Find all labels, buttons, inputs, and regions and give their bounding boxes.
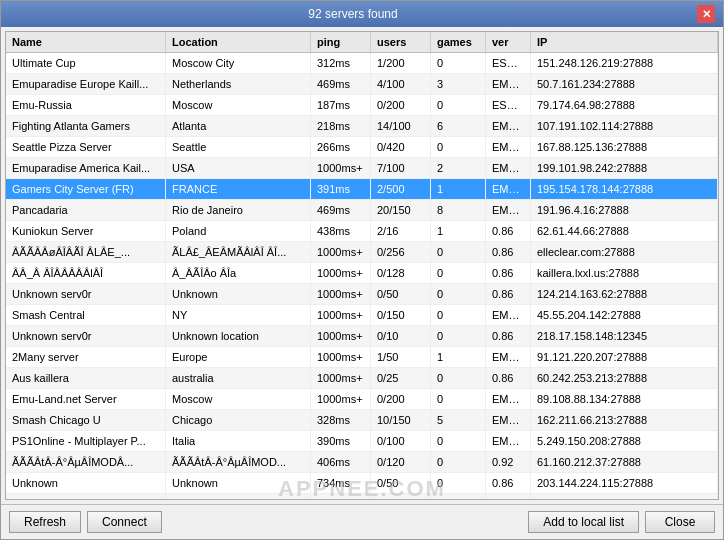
table-cell-name: Ultimate Cup — [6, 53, 166, 73]
table-cell-name: Aus kaillera — [6, 368, 166, 388]
table-cell-users: 0/25 — [371, 368, 431, 388]
close-window-button[interactable]: ✕ — [697, 5, 715, 23]
table-cell-games: 2 — [431, 158, 486, 178]
table-cell-ping: 406ms — [311, 494, 371, 499]
table-cell-ver: EM… — [486, 410, 531, 430]
table-cell-games: 0 — [431, 452, 486, 472]
table-row[interactable]: Smash CentralNY1000ms+0/1500EM…45.55.204… — [6, 305, 718, 326]
table-cell-location: Atlanta — [166, 116, 311, 136]
table-row[interactable]: PS1Online - Multiplayer P...Italia390ms0… — [6, 431, 718, 452]
table-cell-ip: 50.7.161.234:27888 — [531, 74, 718, 94]
server-table-body[interactable]: Ultimate CupMoscow City312ms1/2000ES…151… — [6, 53, 718, 499]
table-row[interactable]: Emu-RussiaMoscow187ms0/2000ES…79.174.64.… — [6, 95, 718, 116]
table-cell-name: Unknown serv0r — [6, 326, 166, 346]
table-row[interactable]: Unknown serv0rUnknown location1000ms+0/1… — [6, 326, 718, 347]
table-cell-games: 0 — [431, 53, 486, 73]
table-row[interactable]: Emu-Land.net ServerMoscow1000ms+0/2000EM… — [6, 389, 718, 410]
col-ping: ping — [311, 32, 371, 52]
bottom-bar: Refresh Connect Add to local list Close — [1, 504, 723, 539]
table-row[interactable]: Eylusion with Mumble VOI...US-East406ms0… — [6, 494, 718, 499]
table-cell-ver: 0.86 — [486, 284, 531, 304]
table-cell-ping: 1000ms+ — [311, 242, 371, 262]
table-cell-users: 0/256 — [371, 242, 431, 262]
table-cell-ping: 469ms — [311, 74, 371, 94]
table-row[interactable]: ÃÃÃÂtÂ-Â°ÂµÂÎMODÂ...ÃÃÃÂtÂ-Â°ÂµÂÎMOD...4… — [6, 452, 718, 473]
table-row[interactable]: Gamers City Server (FR)FRANCE391ms2/5001… — [6, 179, 718, 200]
table-cell-name: Unknown serv0r — [6, 284, 166, 304]
table-cell-ping: 1000ms+ — [311, 347, 371, 367]
table-row[interactable]: Emuparadise Europe Kaill...Netherlands46… — [6, 74, 718, 95]
table-cell-name: Smash Central — [6, 305, 166, 325]
col-games: games — [431, 32, 486, 52]
table-cell-location: Moscow — [166, 389, 311, 409]
table-cell-users: 7/100 — [371, 158, 431, 178]
table-cell-users: 0/420 — [371, 137, 431, 157]
table-cell-users: 2/16 — [371, 221, 431, 241]
table-cell-location: ÃLÂ£_ÂEÂMÃÂlÂÎ ÂÎ... — [166, 242, 311, 262]
table-cell-name: Emuparadise Europe Kaill... — [6, 74, 166, 94]
table-cell-ip: 62.61.44.66:27888 — [531, 221, 718, 241]
table-row[interactable]: PancadariaRio de Janeiro469ms20/1508EM…1… — [6, 200, 718, 221]
table-cell-users: 0/200 — [371, 95, 431, 115]
table-row[interactable]: UnknownUnknown734ms0/5000.86203.144.224.… — [6, 473, 718, 494]
table-cell-ip: 72.2.118.20:27888 — [531, 494, 718, 499]
col-ver: ver — [486, 32, 531, 52]
table-cell-ver: EM… — [486, 137, 531, 157]
table-cell-ip: 124.214.163.62:27888 — [531, 284, 718, 304]
table-row[interactable]: Fighting Atlanta GamersAtlanta218ms14/10… — [6, 116, 718, 137]
table-row[interactable]: Ultimate CupMoscow City312ms1/2000ES…151… — [6, 53, 718, 74]
table-cell-games: 0 — [431, 137, 486, 157]
table-row[interactable]: Smash Chicago UChicago328ms10/1505EM…162… — [6, 410, 718, 431]
table-row[interactable]: Aus kailleraaustralia1000ms+0/2500.8660.… — [6, 368, 718, 389]
table-cell-games: 1 — [431, 221, 486, 241]
refresh-button[interactable]: Refresh — [9, 511, 81, 533]
table-cell-games: 0 — [431, 473, 486, 493]
col-location: Location — [166, 32, 311, 52]
table-cell-ip: 203.144.224.115:27888 — [531, 473, 718, 493]
close-button[interactable]: Close — [645, 511, 715, 533]
table-cell-users: 20/150 — [371, 200, 431, 220]
table-row[interactable]: 2Many serverEurope1000ms+1/501EM…91.121.… — [6, 347, 718, 368]
table-cell-users: 0/50 — [371, 473, 431, 493]
table-cell-users: 1/50 — [371, 347, 431, 367]
table-cell-users: 0/50 — [371, 494, 431, 499]
table-cell-ping: 328ms — [311, 410, 371, 430]
table-cell-ip: 89.108.88.134:27888 — [531, 389, 718, 409]
table-cell-games: 0 — [431, 263, 486, 283]
table-cell-users: 0/100 — [371, 431, 431, 451]
table-cell-ip: kaillera.lxxl.us:27888 — [531, 263, 718, 283]
table-cell-ver: 0.86 — [486, 494, 531, 499]
table-cell-ip: 151.248.126.219:27888 — [531, 53, 718, 73]
table-row[interactable]: Unknown serv0rUnknown1000ms+0/5000.86124… — [6, 284, 718, 305]
table-cell-name: Fighting Atlanta Gamers — [6, 116, 166, 136]
table-cell-ver: 0.86 — [486, 242, 531, 262]
table-cell-ping: 187ms — [311, 95, 371, 115]
table-cell-location: Seattle — [166, 137, 311, 157]
table-row[interactable]: ÂÃÃÂÂøÂÎÂÃÎ ÂLÂE_...ÃLÂ£_ÂEÂMÃÂlÂÎ ÂÎ...… — [6, 242, 718, 263]
table-cell-name: Kuniokun Server — [6, 221, 166, 241]
table-row[interactable]: Kuniokun ServerPoland438ms2/1610.8662.61… — [6, 221, 718, 242]
table-row[interactable]: ÂÂ_Â ÂÎÂÂÂÂÂlÂÎÂ_ÂÃÎÂo ÂÎa1000ms+0/12800… — [6, 263, 718, 284]
table-cell-location: FRANCE — [166, 179, 311, 199]
table-cell-location: Chicago — [166, 410, 311, 430]
table-cell-ping: 312ms — [311, 53, 371, 73]
server-list-area: Name Location ping users games ver IP Ul… — [5, 31, 719, 500]
table-cell-users: 1/200 — [371, 53, 431, 73]
table-cell-location: Poland — [166, 221, 311, 241]
table-cell-location: Italia — [166, 431, 311, 451]
table-cell-ver: 0.86 — [486, 326, 531, 346]
connect-button[interactable]: Connect — [87, 511, 162, 533]
table-cell-games: 3 — [431, 74, 486, 94]
add-to-local-list-button[interactable]: Add to local list — [528, 511, 639, 533]
table-cell-ip: elleclear.com:27888 — [531, 242, 718, 262]
table-cell-name: ÂÂ_Â ÂÎÂÂÂÂÂlÂÎ — [6, 263, 166, 283]
table-cell-ip: 79.174.64.98:27888 — [531, 95, 718, 115]
table-cell-games: 1 — [431, 347, 486, 367]
title-bar: 92 servers found ✕ — [1, 1, 723, 27]
table-row[interactable]: Seattle Pizza ServerSeattle266ms0/4200EM… — [6, 137, 718, 158]
table-cell-name: Pancadaria — [6, 200, 166, 220]
table-cell-ping: 1000ms+ — [311, 368, 371, 388]
table-cell-ver: EM… — [486, 179, 531, 199]
table-cell-ip: 191.96.4.16:27888 — [531, 200, 718, 220]
table-row[interactable]: Emuparadise America Kail...USA1000ms+7/1… — [6, 158, 718, 179]
